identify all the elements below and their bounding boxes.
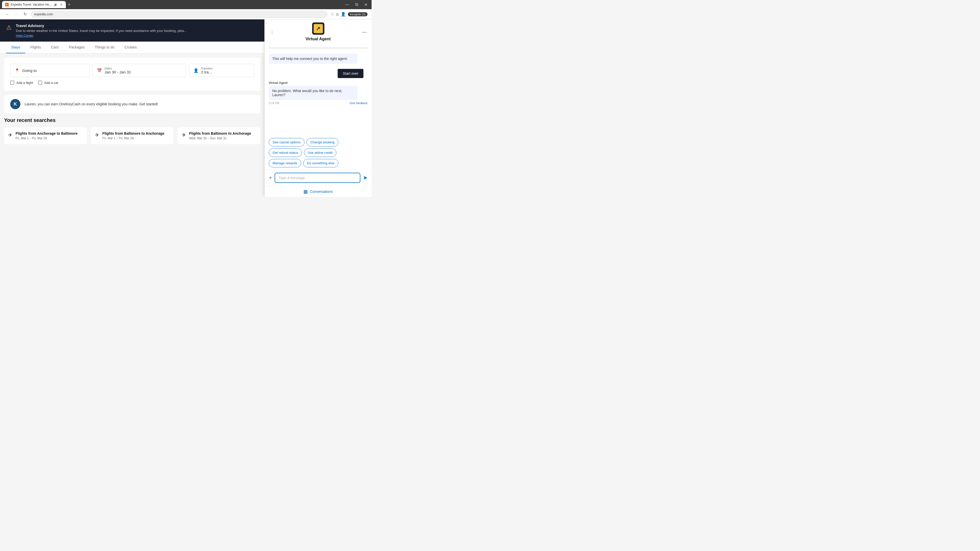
agent-logo-inner: ↗ [313, 24, 323, 33]
search-row: 📍 Going to 📅 Dates Jan 30 - Jan 31 👤 Tra… [10, 64, 254, 77]
message-text-2: No problem. What would you like to do ne… [272, 89, 342, 97]
refresh-button[interactable]: ↻ [22, 11, 28, 17]
dates-value: Jan 30 - Jan 31 [105, 70, 131, 74]
add-flight-label: Add a flight [16, 81, 33, 85]
quick-actions: See cancel options Change booking Get re… [265, 136, 372, 169]
onekey-text: Lauren, you can earn OneKeyCash on every… [24, 102, 158, 106]
flight-card-icon-2: ✈ [95, 132, 99, 138]
split-view-icon[interactable]: ⧈ [336, 12, 339, 17]
message-sender-2: Virtual Agent [269, 81, 368, 85]
message-1: This will help me connect you to the rig… [269, 54, 368, 64]
travelers-icon: 👤 [193, 68, 199, 73]
chat-panel-header: ⋮ ↗ Virtual Agent — [265, 19, 372, 43]
flight-card-icon-3: ✈ [182, 132, 186, 138]
dates-label: Dates [105, 67, 131, 70]
chat-panel: ⋮ ↗ Virtual Agent — This will help me co… [264, 19, 372, 197]
going-to-field[interactable]: 📍 Going to [10, 64, 89, 77]
add-car-checkbox[interactable]: Add a car [38, 81, 59, 85]
travel-advisory-banner: ⚠ Travel Advisory Due to winter weather … [0, 19, 264, 41]
agent-logo: ↗ [312, 22, 325, 35]
maximize-button[interactable]: ⧉ [353, 2, 360, 8]
add-flight-checkbox[interactable]: Add a flight [10, 81, 33, 85]
start-over-container: Start over [269, 67, 368, 78]
card-content-1: Flights from Anchorage to Baltimore Fri,… [16, 131, 78, 140]
message-meta-2: 3:18 PM Give feedback [269, 102, 368, 105]
give-feedback-link[interactable]: Give feedback [350, 102, 368, 105]
search-checkboxes: Add a flight Add a car [10, 81, 254, 85]
chat-send-button[interactable]: ➤ [363, 175, 368, 181]
chat-input-area: + ➤ [265, 169, 372, 186]
conversations-label: Conversations [310, 189, 333, 194]
quick-btn-cancel-options[interactable]: See cancel options [269, 138, 304, 146]
back-button[interactable]: ← [4, 11, 10, 17]
card-date-2: Fri, Mar 1 – Fri, Mar 29 [102, 137, 164, 140]
message-bubble-2: No problem. What would you like to do ne… [269, 86, 358, 100]
message-bubble-1: This will help me connect you to the rig… [269, 54, 358, 64]
quick-btn-change-booking[interactable]: Change booking [307, 138, 339, 146]
card-date-3: Wed, Mar 20 – Sun, Mar 31 [189, 137, 251, 140]
card-content-2: Flights from Baltimore to Anchorage Fri,… [102, 131, 164, 140]
chat-footer: ▦ Conversations [265, 186, 372, 197]
search-card-2[interactable]: ✈ Flights from Baltimore to Anchorage Fr… [91, 127, 173, 144]
tab-close-btn[interactable]: ✕ [60, 3, 63, 6]
card-title-1: Flights from Anchorage to Baltimore [16, 131, 78, 135]
card-date-1: Fri, Mar 1 – Fri, Mar 29 [16, 137, 78, 140]
quick-btn-manage-rewards[interactable]: Manage rewards [269, 159, 301, 167]
tab-things-to-do[interactable]: Things to do [89, 41, 119, 53]
quick-btn-something-else[interactable]: Do something else [303, 159, 339, 167]
tab-bar: E Expedia Travel: Vacation Ho... 🔊 ✕ + —… [0, 0, 372, 9]
card-content-3: Flights from Baltimore to Anchorage Wed,… [189, 131, 251, 140]
close-button[interactable]: ✕ [362, 2, 369, 8]
travelers-field[interactable]: 👤 Travelers 2 tra... [189, 64, 254, 77]
forward-button[interactable]: → [13, 11, 19, 17]
car-checkbox-box[interactable] [38, 81, 42, 85]
card-title-3: Flights from Baltimore to Anchorage [189, 131, 251, 135]
navigation-tabs: Stays Flights Cars Packages Things to do… [0, 41, 264, 54]
conversations-button[interactable]: ▦ Conversations [304, 189, 333, 194]
add-car-label: Add a car [44, 81, 59, 85]
advisory-title: Travel Advisory [16, 24, 258, 28]
minimize-button[interactable]: — [343, 2, 351, 8]
advisory-text: Due to winter weather in the United Stat… [16, 29, 258, 33]
search-card-3[interactable]: ✈ Flights from Baltimore to Anchorage We… [178, 127, 260, 144]
website-content: ⚠ Travel Advisory Due to winter weather … [0, 19, 264, 197]
profile-icon[interactable]: 👤 [341, 12, 346, 17]
chat-message-input[interactable] [275, 173, 360, 183]
quick-btn-airline-credit[interactable]: Use airline credit [304, 148, 336, 157]
card-title-2: Flights from Baltimore to Anchorage [102, 131, 164, 135]
chat-minimize-button[interactable]: — [361, 28, 368, 36]
flight-checkbox-box[interactable] [10, 81, 14, 85]
active-tab[interactable]: E Expedia Travel: Vacation Ho... 🔊 ✕ [2, 1, 66, 8]
tab-cars[interactable]: Cars [46, 41, 64, 53]
new-tab-button[interactable]: + [67, 1, 72, 8]
chat-plus-button[interactable]: + [269, 175, 272, 181]
search-cards: ✈ Flights from Anchorage to Baltimore Fr… [4, 127, 260, 144]
address-bar: ← → ↻ ☆ ⧈ 👤 Incognito (2) [0, 9, 372, 19]
chat-messages: This will help me connect you to the rig… [265, 43, 372, 136]
search-section: 📍 Going to 📅 Dates Jan 30 - Jan 31 👤 Tra… [4, 58, 260, 91]
dates-field[interactable]: 📅 Dates Jan 30 - Jan 31 [93, 64, 186, 77]
recent-searches-title: Your recent searches [4, 118, 260, 123]
onekey-banner: K Lauren, you can earn OneKeyCash on eve… [4, 95, 260, 113]
tab-flights[interactable]: Flights [25, 41, 46, 53]
tab-stays[interactable]: Stays [6, 41, 25, 53]
address-input[interactable] [31, 11, 328, 18]
incognito-badge[interactable]: Incognito (2) [348, 12, 368, 16]
start-over-button[interactable]: Start over [338, 69, 363, 78]
tab-favicon: E [5, 3, 9, 6]
tab-packages[interactable]: Packages [64, 41, 89, 53]
conversations-icon: ▦ [304, 189, 308, 194]
chat-menu-button[interactable]: ⋮ [269, 28, 275, 36]
going-to-text: Going to [22, 68, 37, 73]
scroll-indicator [269, 48, 368, 48]
travelers-value: 2 tra... [201, 70, 213, 74]
bookmark-icon[interactable]: ☆ [331, 12, 334, 17]
flight-card-icon-1: ✈ [8, 132, 13, 138]
search-card-1[interactable]: ✈ Flights from Anchorage to Baltimore Fr… [4, 127, 87, 144]
quick-btn-refund-status[interactable]: Get refund status [269, 148, 302, 157]
advisory-icon: ⚠ [6, 24, 12, 31]
tab-cruises[interactable]: Cruises [119, 41, 142, 53]
help-center-link[interactable]: Help Center [16, 34, 258, 38]
travelers-label: Travelers [201, 67, 213, 70]
recent-searches-section: Your recent searches ✈ Flights from Anch… [0, 118, 264, 148]
